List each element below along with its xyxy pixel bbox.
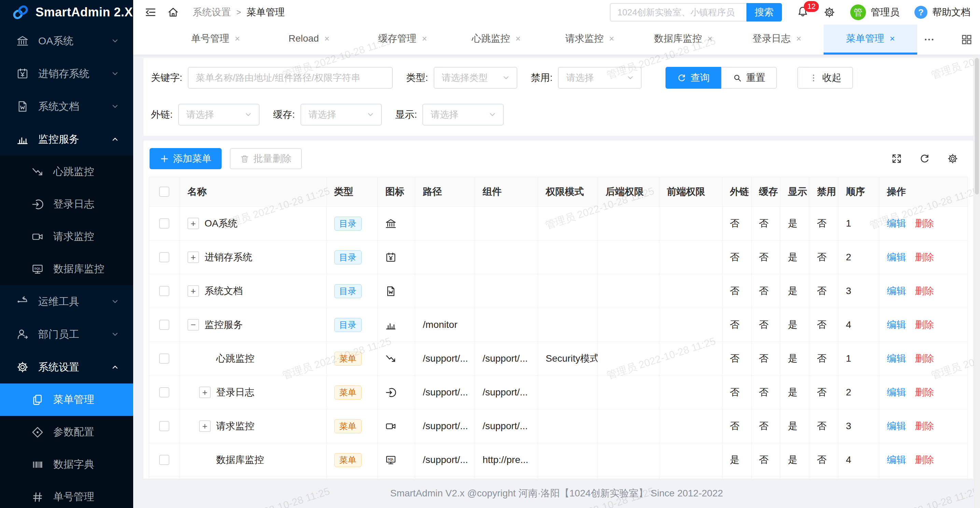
sidebar-item-database-monitor[interactable]: 数据库监控 [0, 253, 133, 285]
edit-link[interactable]: 编辑 [887, 352, 906, 365]
tab-close-icon[interactable]: × [515, 33, 520, 44]
delete-link[interactable]: 删除 [915, 453, 934, 467]
tab-menu-management[interactable]: 菜单管理× [824, 25, 917, 55]
video-camera-icon [32, 231, 44, 243]
add-menu-button[interactable]: 添加菜单 [150, 148, 222, 169]
scrollbar-thumb[interactable] [975, 58, 979, 194]
row-checkbox[interactable] [159, 387, 169, 397]
sidebar-item-menu-management[interactable]: 菜单管理 [0, 384, 133, 416]
edit-link[interactable]: 编辑 [887, 318, 906, 331]
column-settings-gear-icon[interactable] [947, 153, 958, 164]
header-cell-icon: 图标 [378, 177, 415, 206]
delete-link[interactable]: 删除 [915, 352, 934, 365]
global-search-input[interactable] [610, 3, 746, 22]
row-expander[interactable]: + [188, 251, 199, 263]
sidebar-item-system-docs[interactable]: 系统文档 [0, 90, 133, 123]
tab-close-icon[interactable]: × [325, 33, 329, 44]
tab-order-number[interactable]: 单号管理× [169, 25, 262, 55]
keyword-input[interactable] [188, 67, 393, 89]
plus-icon [160, 154, 169, 164]
sidebar-item-department-staff[interactable]: 部门员工 [0, 318, 133, 351]
sidebar-item-order-number[interactable]: 单号管理 [0, 481, 133, 508]
row-checkbox[interactable] [159, 354, 169, 364]
notification-bell[interactable]: 12 [797, 6, 808, 19]
delete-link[interactable]: 删除 [915, 318, 934, 331]
home-icon[interactable] [167, 6, 179, 18]
cache-label: 缓存: [273, 108, 295, 121]
row-name: OA系统 [205, 217, 237, 230]
tab-layout-grid-icon[interactable] [961, 34, 972, 45]
sidebar-item-label: 心跳监控 [53, 165, 94, 179]
sidebar-item-login-log[interactable]: 登录日志 [0, 188, 133, 221]
cache-select[interactable]: 请选择 [301, 104, 382, 125]
tab-close-icon[interactable]: × [609, 33, 614, 44]
sidebar-item-param-config[interactable]: 参数配置 [0, 416, 133, 448]
edit-link[interactable]: 编辑 [887, 284, 906, 297]
edit-link[interactable]: 编辑 [887, 217, 906, 230]
type-select[interactable]: 请选择类型 [434, 67, 517, 89]
tab-database-monitor[interactable]: 数据库监控× [636, 25, 730, 55]
row-checkbox[interactable] [159, 252, 169, 262]
query-button[interactable]: 查询 [665, 67, 721, 89]
tab-close-icon[interactable]: × [235, 33, 240, 44]
reload-icon[interactable] [919, 153, 930, 164]
global-search-button[interactable]: 搜索 [746, 3, 782, 22]
row-expander[interactable]: + [199, 387, 211, 398]
sidebar-item-monitor-service[interactable]: 监控服务 [0, 123, 133, 156]
edit-link[interactable]: 编辑 [887, 420, 906, 433]
cell-frontend-perm [659, 342, 722, 375]
delete-link[interactable]: 删除 [915, 251, 934, 264]
tab-heartbeat-monitor[interactable]: 心跳监控× [449, 25, 543, 55]
tab-close-icon[interactable]: × [796, 33, 801, 44]
batch-delete-button[interactable]: 批量删除 [230, 148, 302, 169]
row-checkbox[interactable] [159, 218, 169, 229]
tab-reload[interactable]: Reload× [262, 25, 356, 55]
app-logo[interactable]: SmartAdmin 2.X [0, 0, 133, 25]
row-expander[interactable]: + [188, 285, 199, 297]
external-select[interactable]: 请选择 [178, 104, 259, 125]
row-checkbox[interactable] [159, 320, 169, 330]
sidebar-item-inventory-system[interactable]: 进销存系统 [0, 57, 133, 90]
delete-link[interactable]: 删除 [915, 217, 934, 230]
row-checkbox[interactable] [159, 286, 169, 296]
row-expander[interactable]: − [188, 319, 199, 330]
sidebar-item-oa-system[interactable]: OA系统 [0, 25, 133, 57]
delete-link[interactable]: 删除 [915, 386, 934, 399]
user-menu[interactable]: 管 管理员 [850, 5, 899, 20]
row-checkbox[interactable] [159, 455, 169, 465]
row-expander[interactable]: + [188, 217, 199, 229]
delete-link[interactable]: 删除 [915, 284, 934, 297]
row-expander[interactable]: + [199, 420, 211, 432]
help-docs[interactable]: ? 帮助文档 [915, 6, 970, 19]
tab-login-log[interactable]: 登录日志× [730, 25, 824, 55]
row-checkbox[interactable] [159, 421, 169, 431]
edit-link[interactable]: 编辑 [887, 453, 906, 467]
sidebar-item-heartbeat-monitor[interactable]: 心跳监控 [0, 156, 133, 188]
edit-link[interactable]: 编辑 [887, 386, 906, 399]
tab-request-monitor[interactable]: 请求监控× [543, 25, 636, 55]
tab-cache-management[interactable]: 缓存管理× [356, 25, 449, 55]
sidebar-item-data-dictionary[interactable]: 数据字典 [0, 448, 133, 481]
disabled-select[interactable]: 请选择 [558, 67, 642, 89]
settings-gear-icon[interactable] [824, 6, 835, 18]
tab-close-icon[interactable]: × [707, 33, 712, 44]
sidebar-item-ops-tools[interactable]: 运维工具 [0, 285, 133, 318]
tab-close-icon[interactable]: × [422, 33, 427, 44]
table-row: 心跳监控菜单/support/.../support/...Security模式… [149, 342, 967, 376]
tab-close-icon[interactable]: × [889, 33, 895, 44]
edit-link[interactable]: 编辑 [887, 251, 906, 264]
sidebar-item-request-monitor[interactable]: 请求监控 [0, 221, 133, 253]
type-badge: 目录 [334, 284, 362, 298]
tab-more-icon[interactable] [923, 34, 935, 45]
menu-fold-icon[interactable] [145, 6, 156, 18]
fullscreen-icon[interactable] [891, 153, 902, 164]
visible-select[interactable]: 请选择 [422, 104, 504, 125]
cell-visible: 是 [780, 410, 809, 443]
reset-button[interactable]: 重置 [721, 67, 777, 89]
select-all-checkbox[interactable] [159, 187, 169, 197]
breadcrumb-parent[interactable]: 系统设置 [192, 6, 231, 19]
sidebar-item-system-settings[interactable]: 系统设置 [0, 351, 133, 384]
cell-visible: 是 [780, 274, 809, 308]
collapse-button[interactable]: 收起 [797, 67, 853, 89]
delete-link[interactable]: 删除 [915, 420, 934, 433]
